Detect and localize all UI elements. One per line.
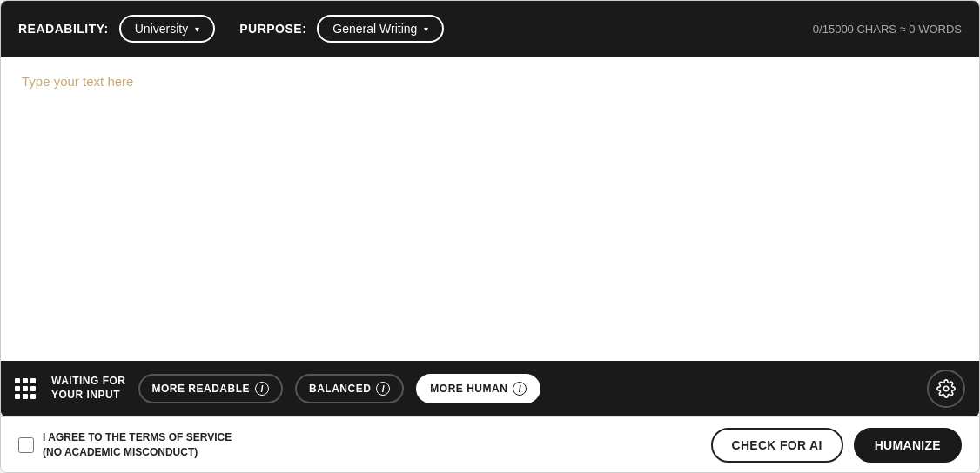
terms-group: I AGREE TO THE TERMS OF SERVICE (NO ACAD… [18,430,232,460]
chevron-down-icon: ▾ [195,24,199,34]
grid-icon [15,378,36,399]
footer-buttons: CHECK FOR AI HUMANIZE [711,428,963,463]
mode-more-readable-label: MORE READABLE [152,383,251,395]
app-container: READABILITY: University ▾ PURPOSE: Gener… [0,0,980,473]
settings-button[interactable] [927,370,965,408]
footer: I AGREE TO THE TERMS OF SERVICE (NO ACAD… [1,416,979,472]
mode-more-human-label: MORE HUMAN [430,383,507,395]
bottom-toolbar: WAITING FOR YOUR INPUT MORE READABLE i B… [1,361,979,416]
mode-balanced-button[interactable]: BALANCED i [295,374,404,403]
info-icon[interactable]: i [513,382,527,396]
main-text-input[interactable] [1,57,979,361]
readability-label: READABILITY: [18,22,109,36]
info-icon[interactable]: i [376,382,390,396]
waiting-status: WAITING FOR YOUR INPUT [51,375,126,402]
terms-checkbox[interactable] [18,437,34,453]
purpose-value: General Writing [332,22,417,36]
char-count: 0/15000 CHARS ≈ 0 WORDS [813,23,962,36]
info-icon[interactable]: i [255,382,269,396]
check-ai-button[interactable]: CHECK FOR AI [711,428,843,463]
readability-dropdown[interactable]: University ▾ [119,15,215,43]
mode-more-readable-button[interactable]: MORE READABLE i [138,374,284,403]
terms-text: I AGREE TO THE TERMS OF SERVICE (NO ACAD… [43,430,232,460]
mode-more-human-button[interactable]: MORE HUMAN i [416,374,540,403]
svg-point-0 [943,386,949,391]
humanize-button[interactable]: HUMANIZE [854,428,962,463]
purpose-label: PURPOSE: [239,22,306,36]
header-toolbar: READABILITY: University ▾ PURPOSE: Gener… [1,1,979,57]
text-area-wrapper [1,57,979,361]
mode-balanced-label: BALANCED [309,383,371,395]
chevron-down-icon: ▾ [424,24,428,34]
purpose-dropdown[interactable]: General Writing ▾ [317,15,444,43]
gear-icon [936,379,956,398]
readability-value: University [135,22,188,36]
